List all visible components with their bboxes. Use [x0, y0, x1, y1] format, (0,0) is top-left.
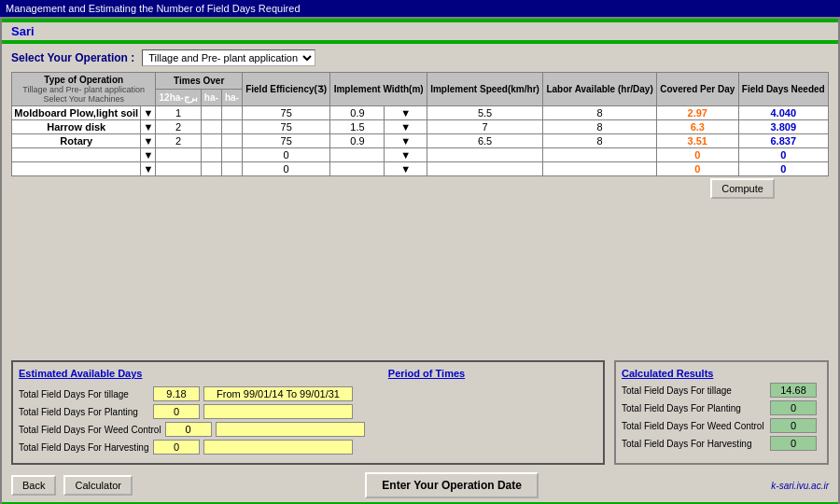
- watermark: k-sari.ivu.ac.ir: [771, 481, 829, 491]
- est-tillage-label: Total Field Days For tillage: [19, 389, 149, 399]
- row5-width-cell[interactable]: [330, 162, 385, 176]
- calc-planting-label: Total Field Days For Planting: [622, 403, 766, 413]
- calc-tillage-label: Total Field Days For tillage: [622, 385, 766, 396]
- est-row-harvesting: Total Field Days For Harvesting: [19, 440, 597, 455]
- times-over-header: Times Over: [156, 73, 243, 90]
- table-row: Moldboard Plow,light soil ▼ 1 75 0.9 ▼ 5…: [12, 106, 829, 120]
- row3-covered-cell: 3.51: [657, 134, 738, 148]
- calculated-results-panel: Calculated Results Total Field Days For …: [614, 360, 829, 465]
- row1-times1-cell[interactable]: 1: [156, 106, 201, 120]
- period-tillage-input[interactable]: [203, 386, 353, 401]
- bottom-section: Estimated Available Days Period of Times…: [2, 357, 838, 469]
- row2-times2-cell[interactable]: [201, 120, 221, 134]
- row1-operation-cell: Moldboard Plow,light soil: [12, 106, 141, 120]
- row5-efficiency-cell[interactable]: 0: [242, 162, 329, 176]
- main-container: Sari Select Your Operation : Tillage and…: [0, 17, 840, 504]
- row1-width-dropdown[interactable]: ▼: [385, 106, 427, 120]
- row4-fielddays-cell: 0: [738, 148, 829, 162]
- row4-times3-cell[interactable]: [221, 148, 242, 162]
- period-weedcontrol-input[interactable]: [216, 422, 365, 437]
- est-harvesting-label: Total Field Days For Harvesting: [19, 442, 149, 453]
- sari-title: Sari: [2, 22, 838, 40]
- row4-times1-cell[interactable]: [156, 148, 201, 162]
- est-planting-input[interactable]: [153, 404, 200, 419]
- table-row: ▼ 0 ▼ 0 0: [12, 148, 829, 162]
- row4-times2-cell[interactable]: [201, 148, 221, 162]
- type-of-operation-header: Type of Operation Tillage and Pre- plant…: [12, 73, 156, 106]
- row2-width-dropdown[interactable]: ▼: [385, 120, 427, 134]
- row5-width-dropdown[interactable]: ▼: [385, 162, 427, 176]
- row3-width-dropdown[interactable]: ▼: [385, 134, 427, 148]
- period-harvesting-input[interactable]: [203, 440, 353, 455]
- field-days-needed-header: Field Days Needed: [738, 73, 829, 106]
- row5-speed-cell[interactable]: [427, 162, 542, 176]
- row4-width-cell[interactable]: [330, 148, 385, 162]
- calc-row-harvesting: Total Field Days For Harvesting: [622, 436, 821, 451]
- row2-efficiency-cell[interactable]: 75: [242, 120, 329, 134]
- row3-times1-cell[interactable]: 2: [156, 134, 201, 148]
- enter-operation-date-button[interactable]: Enter Your Operation Date: [365, 472, 539, 498]
- row2-times3-cell[interactable]: [221, 120, 242, 134]
- row3-speed-cell[interactable]: 6.5: [427, 134, 542, 148]
- row3-width-cell[interactable]: 0.9: [330, 134, 385, 148]
- operation-select[interactable]: Tillage and Pre- plant applicationPlanti…: [142, 49, 315, 66]
- row5-times3-cell[interactable]: [221, 162, 242, 176]
- est-row-weedcontrol: Total Field Days For Weed Control: [19, 422, 597, 437]
- row3-operation-cell: Rotary: [12, 134, 141, 148]
- row5-times1-cell[interactable]: [156, 162, 201, 176]
- row1-times2-cell[interactable]: [201, 106, 221, 120]
- footer-row: Back Calculator Enter Your Operation Dat…: [2, 469, 838, 502]
- row4-operation-cell: [12, 148, 141, 162]
- row5-fielddays-cell: 0: [738, 162, 829, 176]
- row4-dropdown-cell[interactable]: ▼: [141, 148, 156, 162]
- row4-labor-cell[interactable]: [543, 148, 657, 162]
- row1-width-cell[interactable]: 0.9: [330, 106, 385, 120]
- times-over-col3-header: ha-: [221, 90, 242, 106]
- calculated-results-title: Calculated Results: [622, 368, 821, 379]
- row1-times3-cell[interactable]: [221, 106, 242, 120]
- est-weedcontrol-label: Total Field Days For Weed Control: [19, 425, 161, 435]
- row2-dropdown-cell[interactable]: ▼: [141, 120, 156, 134]
- field-efficiency-header: Field Efficiency(Ʒ): [242, 73, 329, 106]
- row3-labor-cell[interactable]: 8: [543, 134, 657, 148]
- period-planting-input[interactable]: [203, 404, 353, 419]
- row2-labor-cell[interactable]: 8: [543, 120, 657, 134]
- row2-times1-cell[interactable]: 2: [156, 120, 201, 134]
- calc-tillage-input[interactable]: [770, 383, 817, 398]
- period-of-times-title: Period of Times: [256, 368, 597, 379]
- row3-dropdown-cell[interactable]: ▼: [141, 134, 156, 148]
- calc-weedcontrol-input[interactable]: [770, 418, 817, 433]
- row3-efficiency-cell[interactable]: 75: [242, 134, 329, 148]
- row3-times3-cell[interactable]: [221, 134, 242, 148]
- row1-labor-cell[interactable]: 8: [543, 106, 657, 120]
- calc-row-weedcontrol: Total Field Days For Weed Control: [622, 418, 821, 433]
- row4-covered-cell: 0: [657, 148, 738, 162]
- row4-speed-cell[interactable]: [427, 148, 542, 162]
- row5-labor-cell[interactable]: [543, 162, 657, 176]
- title-text: Management and Estimating the Number of …: [6, 3, 301, 14]
- times-over-col2-header: ha-: [201, 90, 221, 106]
- row2-fielddays-cell: 3.809: [738, 120, 829, 134]
- calc-harvesting-input[interactable]: [770, 436, 817, 451]
- row2-covered-cell: 6.3: [657, 120, 738, 134]
- est-tillage-input[interactable]: [153, 386, 200, 401]
- covered-per-day-header: Covered Per Day: [657, 73, 738, 106]
- row3-times2-cell[interactable]: [201, 134, 221, 148]
- row5-dropdown-cell[interactable]: ▼: [141, 162, 156, 176]
- row2-speed-cell[interactable]: 7: [427, 120, 542, 134]
- row1-dropdown-cell[interactable]: ▼: [141, 106, 156, 120]
- row4-efficiency-cell[interactable]: 0: [242, 148, 329, 162]
- back-button[interactable]: Back: [11, 475, 56, 496]
- est-weedcontrol-input[interactable]: [165, 422, 212, 437]
- row4-width-dropdown[interactable]: ▼: [385, 148, 427, 162]
- calc-harvesting-label: Total Field Days For Harvesting: [622, 439, 766, 449]
- est-harvesting-input[interactable]: [153, 440, 200, 455]
- row5-times2-cell[interactable]: [201, 162, 221, 176]
- calculator-button[interactable]: Calculator: [63, 475, 133, 496]
- row1-efficiency-cell[interactable]: 75: [242, 106, 329, 120]
- row2-width-cell[interactable]: 1.5: [330, 120, 385, 134]
- row1-speed-cell[interactable]: 5.5: [427, 106, 542, 120]
- calc-planting-input[interactable]: [770, 400, 817, 415]
- compute-button[interactable]: Compute: [710, 178, 775, 199]
- table-row: Rotary ▼ 2 75 0.9 ▼ 6.5 8 3.51 6.837: [12, 134, 829, 148]
